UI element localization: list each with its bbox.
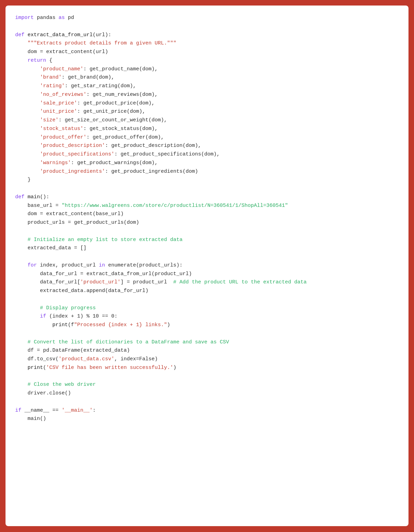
code-block: import pandas as pd def extract_data_fro… <box>15 14 399 423</box>
code-container: import pandas as pd def extract_data_fro… <box>6 6 408 526</box>
